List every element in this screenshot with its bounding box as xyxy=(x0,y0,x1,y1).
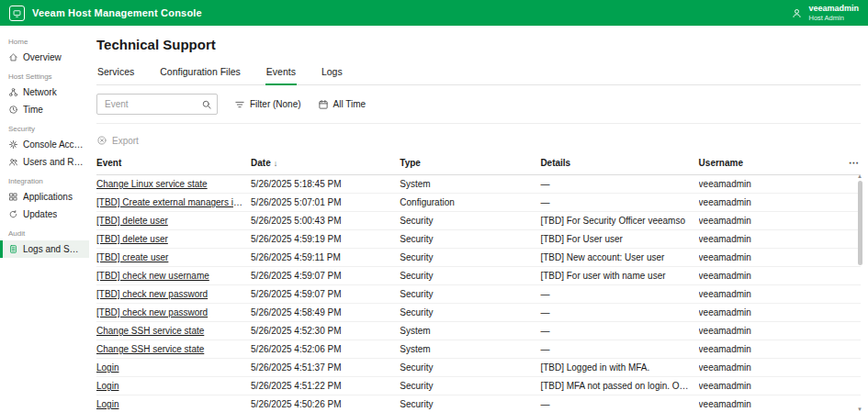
event-search-input[interactable] xyxy=(96,94,218,115)
event-cell: Login xyxy=(96,362,251,373)
user-name: veeamadmin xyxy=(808,4,859,14)
details-cell: — xyxy=(540,179,698,189)
date-cell: 5/26/2025 4:50:26 PM xyxy=(251,399,400,409)
event-link[interactable]: Change SSH service state xyxy=(96,326,204,336)
export-icon xyxy=(96,135,107,146)
brand: Veeam Host Management Console xyxy=(9,6,202,21)
tab-services[interactable]: Services xyxy=(96,61,135,85)
date-cell: 5/26/2025 4:59:07 PM xyxy=(251,271,400,281)
sidebar-section-home: Home xyxy=(0,31,89,49)
date-cell: 5/26/2025 4:52:06 PM xyxy=(251,344,400,354)
sidebar-item-time[interactable]: Time xyxy=(0,101,89,118)
user-menu[interactable]: veeamadmin Host Admin xyxy=(791,4,859,23)
event-link[interactable]: [TBD] check new password xyxy=(96,289,208,299)
table-row[interactable]: [TBD] delete user5/26/2025 4:59:19 PMSec… xyxy=(96,230,861,249)
events-table: Event Date ↓ Type Details Username ⋯ Cha… xyxy=(96,151,861,412)
username-cell: veeamadmin xyxy=(699,399,844,409)
date-cell: 5/26/2025 4:58:49 PM xyxy=(251,307,400,317)
column-header-type[interactable]: Type xyxy=(400,151,540,174)
column-header-details[interactable]: Details xyxy=(540,151,698,174)
filter-icon xyxy=(234,99,245,110)
column-header-username[interactable]: Username xyxy=(699,151,844,174)
tab-events[interactable]: Events xyxy=(265,61,297,85)
type-cell: System xyxy=(400,179,540,189)
tab-bar: Services Configuration Files Events Logs xyxy=(96,61,861,85)
home-icon xyxy=(8,52,18,62)
table-row[interactable]: Login5/26/2025 4:50:26 PMSecurity—veeama… xyxy=(96,395,861,412)
username-cell: veeamadmin xyxy=(699,271,844,281)
table-row[interactable]: [TBD] check new username5/26/2025 4:59:0… xyxy=(96,267,861,285)
column-header-event[interactable]: Event xyxy=(96,151,251,174)
username-cell: veeamadmin xyxy=(699,381,844,391)
username-cell: veeamadmin xyxy=(699,234,844,244)
scrollbar-track[interactable] xyxy=(855,180,864,406)
details-cell: — xyxy=(540,289,698,299)
event-link[interactable]: Login xyxy=(96,381,118,391)
date-cell: 5/26/2025 4:59:19 PM xyxy=(251,234,400,244)
date-cell: 5/26/2025 5:18:45 PM xyxy=(251,179,400,189)
clock-icon xyxy=(8,105,18,115)
type-cell: Security xyxy=(400,216,540,226)
event-link[interactable]: [TBD] delete user xyxy=(96,234,168,244)
table-scrollbar[interactable]: ▲ ▼ xyxy=(855,173,864,412)
scroll-up-icon[interactable]: ▲ xyxy=(857,173,862,180)
logs-icon xyxy=(8,244,18,254)
table-row[interactable]: Change SSH service state5/26/2025 4:52:0… xyxy=(96,340,861,359)
sidebar-item-applications[interactable]: Applications xyxy=(0,188,89,206)
table-row[interactable]: Change SSH service state5/26/2025 4:52:3… xyxy=(96,322,861,340)
filter-button[interactable]: Filter (None) xyxy=(234,99,301,110)
table-row[interactable]: [TBD] check new password5/26/2025 4:58:4… xyxy=(96,304,861,322)
date-cell: 5/26/2025 4:52:30 PM xyxy=(251,326,400,336)
date-cell: 5/26/2025 5:00:43 PM xyxy=(251,216,400,226)
event-link[interactable]: [TBD] check new password xyxy=(96,307,208,317)
event-cell: [TBD] delete user xyxy=(96,216,251,226)
username-cell: veeamadmin xyxy=(699,179,844,189)
event-link[interactable]: [TBD] delete user xyxy=(96,216,168,226)
tab-logs[interactable]: Logs xyxy=(321,61,344,85)
events-toolbar: Filter (None) All Time xyxy=(96,85,861,124)
username-cell: veeamadmin xyxy=(699,326,844,336)
table-row[interactable]: [TBD] delete user5/26/2025 5:00:43 PMSec… xyxy=(96,212,861,230)
sidebar-item-updates[interactable]: Updates xyxy=(0,206,89,223)
date-cell: 5/26/2025 5:07:01 PM xyxy=(251,197,400,207)
event-link[interactable]: Change SSH service state xyxy=(96,344,204,354)
table-row[interactable]: Login5/26/2025 4:51:22 PMSecurity[TBD] M… xyxy=(96,377,861,395)
user-icon xyxy=(791,7,803,19)
event-link[interactable]: Login xyxy=(96,362,118,373)
column-options-button[interactable]: ⋯ xyxy=(844,151,861,174)
event-link[interactable]: [TBD] check new username xyxy=(96,271,209,281)
event-link[interactable]: [TBD] create user xyxy=(96,252,168,262)
table-row[interactable]: Change Linux service state5/26/2025 5:18… xyxy=(96,175,861,194)
sidebar-item-logs-and-services[interactable]: Logs and Services xyxy=(0,240,89,258)
table-row[interactable]: Login5/26/2025 4:51:37 PMSecurity[TBD] L… xyxy=(96,359,861,377)
user-role: Host Admin xyxy=(808,14,859,22)
details-cell: [TBD] New account: User user xyxy=(540,252,698,262)
scrollbar-thumb[interactable] xyxy=(858,181,862,265)
time-range-button[interactable]: All Time xyxy=(318,99,366,110)
event-cell: [TBD] delete user xyxy=(96,234,251,244)
event-cell: [TBD] check new password xyxy=(96,307,251,317)
scroll-down-icon[interactable]: ▼ xyxy=(857,406,862,412)
table-row[interactable]: [TBD] check new password5/26/2025 4:59:0… xyxy=(96,285,861,304)
gear-icon xyxy=(8,139,18,150)
sidebar-item-overview[interactable]: Overview xyxy=(0,49,89,66)
event-cell: Change SSH service state xyxy=(96,326,251,336)
event-cell: Change SSH service state xyxy=(96,344,251,354)
event-link[interactable]: [TBD] Create external managers installat… xyxy=(96,197,251,207)
event-link[interactable]: Login xyxy=(96,399,118,409)
type-cell: Security xyxy=(400,252,540,262)
sidebar-item-users-and-roles[interactable]: Users and Roles xyxy=(0,153,89,171)
table-row[interactable]: [TBD] create user5/26/2025 4:59:11 PMSec… xyxy=(96,249,861,267)
column-header-date[interactable]: Date ↓ xyxy=(251,151,400,174)
event-link[interactable]: Change Linux service state xyxy=(96,179,208,189)
sidebar-item-network[interactable]: Network xyxy=(0,84,89,101)
tab-configuration-files[interactable]: Configuration Files xyxy=(159,61,242,85)
type-cell: Security xyxy=(400,234,540,244)
sidebar-item-console-access[interactable]: Console Access xyxy=(0,136,89,153)
type-cell: System xyxy=(400,326,540,336)
type-cell: Security xyxy=(400,289,540,299)
export-button[interactable]: Export xyxy=(96,135,861,146)
event-cell: Login xyxy=(96,399,251,409)
page-title: Technical Support xyxy=(96,37,861,52)
table-row[interactable]: [TBD] Create external managers installat… xyxy=(96,194,861,212)
